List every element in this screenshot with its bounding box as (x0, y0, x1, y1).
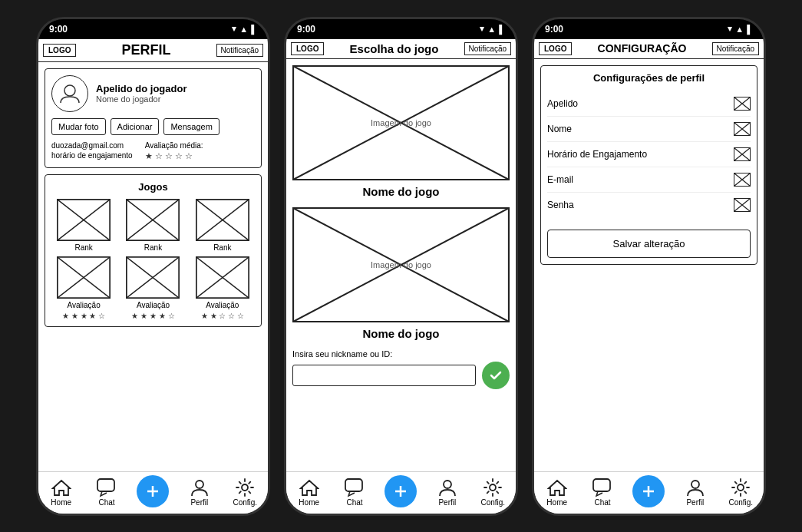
nickname-input[interactable] (292, 365, 476, 386)
nav-perfil-2[interactable]: Perfil (432, 477, 463, 507)
screen-body-perfil: Apelido do jogador Nome do jogador Mudar… (38, 62, 268, 471)
config-row-senha: Senha (547, 193, 751, 217)
add-button-nav-3[interactable] (632, 475, 665, 507)
logo-perfil: LOGO (43, 44, 76, 57)
nickname-label: Insira seu nickname ou ID: (292, 349, 510, 359)
games-section: Jogos Rank (45, 174, 262, 327)
nav-config-label-3: Config. (728, 498, 753, 507)
message-button[interactable]: Mensagem (163, 118, 219, 135)
svg-point-52 (738, 484, 744, 491)
nav-config-3[interactable]: Config. (725, 477, 756, 507)
wifi-icon-3: ▲ (735, 25, 744, 34)
status-icons-2: ▾ ▲ ▌ (480, 24, 505, 34)
status-icons-1: ▾ ▲ ▌ (232, 24, 257, 34)
nav-chat-3[interactable]: Chat (587, 477, 618, 507)
nav-add-1[interactable] (137, 475, 169, 509)
nav-home-2[interactable]: Home (294, 477, 325, 507)
edit-icon-apelido[interactable] (734, 97, 751, 111)
stars: ★ ☆ ☆ ☆ ☆ (145, 151, 203, 161)
gear-icon-3 (730, 477, 751, 498)
person-icon-2 (437, 477, 458, 498)
avatar (51, 75, 88, 112)
edit-icon-horario[interactable] (734, 147, 751, 161)
game-label-6: Avaliação (206, 301, 239, 309)
logo-escolha: LOGO (291, 42, 324, 55)
logo-config: LOGO (539, 42, 572, 55)
game-item-2[interactable]: Rank (120, 199, 185, 252)
time-1: 9:00 (49, 24, 68, 35)
nav-add-2[interactable] (384, 475, 417, 509)
edit-icon-nome[interactable] (734, 122, 751, 136)
game-item-3[interactable]: Rank (190, 199, 255, 252)
wifi-icon: ▲ (239, 25, 248, 34)
person-icon-3 (685, 477, 706, 498)
nav-home-label-2: Home (299, 498, 319, 507)
home-icon-3 (546, 477, 568, 498)
game-item-4[interactable]: Avaliação ★ ★ ★ ★ ☆ (51, 256, 116, 320)
svg-rect-32 (345, 479, 362, 491)
change-photo-button[interactable]: Mudar foto (51, 118, 106, 135)
phone-escolha: 9:00 ▾ ▲ ▌ LOGO Escolha do jogo Notifica… (284, 17, 518, 516)
game-thumb-3 (196, 199, 249, 241)
config-label-apelido: Apelido (547, 98, 578, 109)
config-row-email: E-mail (547, 167, 751, 193)
avatar-row: Apelido do jogador Nome do jogador (51, 75, 255, 112)
nav-add-3[interactable] (632, 475, 665, 509)
game-item-6[interactable]: Avaliação ★ ★ ☆ ☆ ☆ (190, 256, 255, 320)
wifi-icon-2: ▲ (487, 25, 496, 34)
nav-config-1[interactable]: Config. (229, 477, 260, 507)
svg-marker-31 (301, 481, 318, 495)
chat-icon-2 (344, 477, 365, 498)
game-choice-1[interactable]: Imagem do jogo Nome do jogo (292, 65, 510, 198)
config-label-nome: Nome (547, 124, 572, 134)
svg-rect-20 (97, 479, 114, 491)
game-item-5[interactable]: Avaliação ★ ★ ★ ★ ☆ (120, 256, 185, 320)
nickname-section: Insira seu nickname ou ID: (292, 349, 510, 389)
chat-icon-1 (96, 477, 117, 498)
nav-config-label-2: Config. (480, 498, 505, 507)
nav-chat-2[interactable]: Chat (339, 477, 370, 507)
config-card: Configurações de perfil Apelido Nome (540, 65, 757, 265)
svg-point-36 (490, 484, 496, 491)
action-buttons: Mudar foto Adicionar Mensagem (51, 118, 255, 135)
svg-point-51 (691, 481, 699, 488)
notif-config[interactable]: Notificação (712, 42, 759, 55)
home-icon-2 (299, 477, 320, 498)
edit-icon-senha[interactable] (734, 198, 751, 212)
game-label-4: Avaliação (68, 301, 101, 309)
email: duozada@gmail.com (51, 141, 133, 150)
confirm-button[interactable] (482, 362, 510, 389)
nav-chat-label-3: Chat (595, 498, 611, 507)
game-image-1: Imagem do jogo (292, 65, 510, 180)
nav-home-3[interactable]: Home (542, 477, 573, 507)
game-thumb-6 (196, 256, 249, 299)
nickname-row (292, 362, 510, 389)
nav-perfil-3[interactable]: Perfil (680, 477, 711, 507)
nav-home-1[interactable]: Home (46, 477, 77, 507)
save-button[interactable]: Salvar alteração (547, 230, 751, 258)
nav-chat-1[interactable]: Chat (91, 477, 122, 507)
title-perfil: PERFIL (81, 42, 211, 58)
nav-perfil-label-1: Perfil (190, 498, 208, 507)
add-button-nav-1[interactable] (137, 475, 169, 507)
game-name-1: Nome do jogo (292, 185, 510, 198)
title-escolha: Escolha do jogo (328, 42, 459, 55)
status-icons-3: ▾ ▲ ▌ (728, 24, 753, 34)
chat-icon-3 (592, 477, 613, 498)
add-button-nav-2[interactable] (384, 475, 417, 507)
game-label-3: Rank (213, 243, 231, 252)
avatar-text: Apelido do jogador Nome do jogador (96, 83, 186, 104)
notif-escolha[interactable]: Notificação (464, 42, 511, 55)
game-choice-2[interactable]: Imagem do jogo Nome do jogo (292, 207, 510, 340)
nav-config-2[interactable]: Config. (477, 477, 508, 507)
game-thumb-4 (57, 256, 111, 299)
edit-icon-email[interactable] (734, 173, 751, 187)
game-stars-6: ★ ★ ☆ ☆ ☆ (201, 312, 244, 320)
game-item-1[interactable]: Rank (51, 199, 116, 252)
notif-perfil[interactable]: Notificação (216, 44, 263, 57)
screen-body-config: Configurações de perfil Apelido Nome (534, 59, 764, 471)
config-row-horario: Horário de Engajamento (547, 142, 751, 167)
home-icon-1 (51, 477, 72, 498)
nav-perfil-1[interactable]: Perfil (184, 477, 215, 507)
add-button[interactable]: Adicionar (111, 118, 160, 135)
